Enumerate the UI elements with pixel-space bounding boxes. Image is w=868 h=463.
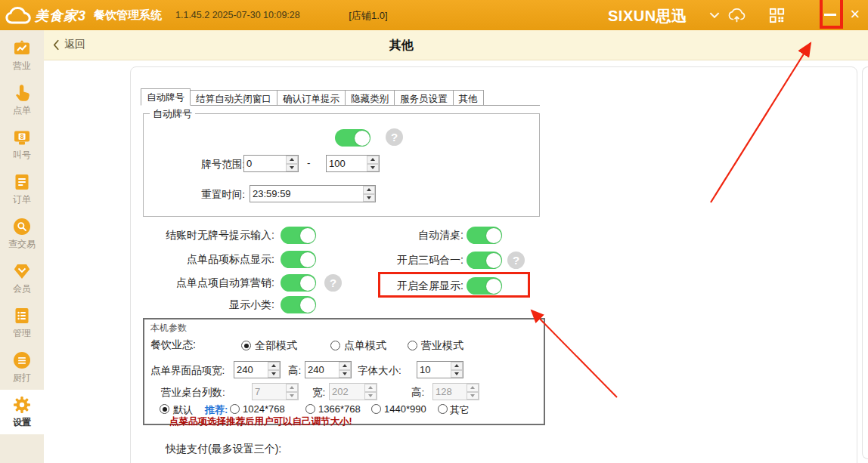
content-panel: 自动牌号 结算自动关闭窗口 确认订单提示 隐藏类别 服务员设置 其他 自动牌号 … xyxy=(130,66,857,463)
titlebar: 美食家3 餐饮管理系统 1.1.45.2 2025-07-30 10:09:28… xyxy=(0,0,868,30)
toggle-no-card-prompt[interactable] xyxy=(281,227,316,244)
tabstrip: 自动牌号 结算自动关闭窗口 确认订单提示 隐藏类别 服务员设置 其他 xyxy=(141,88,484,106)
item-height-label: 高: xyxy=(288,364,301,378)
version-text: 1.1.45.2 2025-07-30 10:09:28 xyxy=(175,10,300,20)
toggle-fullscreen[interactable] xyxy=(467,277,502,295)
tap-order-icon xyxy=(12,83,32,103)
spin-up-button[interactable] xyxy=(363,186,375,194)
sidebar-item-kitchen-print[interactable]: 厨打 xyxy=(0,345,44,390)
local-params-groupbox: 本机参数 餐饮业态: 全部模式 点单模式 营业模式 点单界面品项宽: 240 高… xyxy=(143,318,545,425)
settings-gear-icon xyxy=(12,395,32,415)
spin-down-button[interactable] xyxy=(268,370,280,378)
help-auto-card-icon[interactable]: ? xyxy=(386,128,403,146)
spin-down-button[interactable] xyxy=(339,370,351,378)
queue-number-icon: 8 xyxy=(12,128,32,147)
spin-up-button[interactable] xyxy=(286,156,298,164)
radio-other-resolution[interactable] xyxy=(438,404,448,414)
back-button[interactable]: 返回 xyxy=(53,38,85,51)
svg-text:8: 8 xyxy=(20,133,24,140)
spin-up-button[interactable] xyxy=(339,362,351,370)
radio-1024x768[interactable] xyxy=(230,404,240,414)
app-window: 美食家3 餐饮管理系统 1.1.45.2 2025-07-30 10:09:28… xyxy=(0,0,868,463)
order-list-icon xyxy=(12,172,32,192)
toggle-three-code[interactable] xyxy=(467,252,502,269)
card-range-to-spinner[interactable]: 100 xyxy=(326,155,380,172)
member-diamond-icon xyxy=(12,261,32,281)
tab-auto-close-window[interactable]: 结算自动关闭窗口 xyxy=(190,90,277,106)
spin-down-button[interactable] xyxy=(367,164,379,172)
radio-1366x768[interactable] xyxy=(305,404,315,414)
sidebar-item-member[interactable]: 会员 xyxy=(0,256,44,301)
radio-default[interactable] xyxy=(160,404,169,414)
minimize-button[interactable] xyxy=(824,8,838,21)
radio-order-mode[interactable] xyxy=(330,341,340,350)
help-three-code-icon[interactable]: ? xyxy=(507,252,525,269)
app-name: 餐饮管理系统 xyxy=(94,8,162,23)
sidebar-item-transactions[interactable]: 查交易 xyxy=(0,211,44,256)
close-button[interactable]: × xyxy=(845,4,865,25)
tab-confirm-order-prompt[interactable]: 确认订单提示 xyxy=(277,90,346,106)
three-code-label: 开启三码合一: xyxy=(320,254,463,267)
brand-cloud-icon xyxy=(5,5,33,26)
toggle-auto-card-number[interactable] xyxy=(335,129,370,147)
fullscreen-label: 开启全屏显示: xyxy=(320,279,463,293)
search-transactions-icon xyxy=(12,217,32,236)
range-dash: - xyxy=(307,157,311,168)
sidebar-item-manage[interactable]: 管理 xyxy=(0,301,44,345)
radio-1440x990[interactable] xyxy=(371,404,381,414)
biz-mode-label: 餐饮业态: xyxy=(150,338,196,352)
table-cols-spinner: 7 xyxy=(252,383,299,400)
brand-name: 美食家3 xyxy=(35,7,86,25)
item-height-spinner[interactable]: 240 xyxy=(305,361,352,378)
tab-other[interactable]: 其他 xyxy=(453,90,484,106)
sidebar-item-settings[interactable]: 设置 xyxy=(0,390,44,434)
manage-clipboard-icon xyxy=(12,306,32,326)
spin-down-button[interactable] xyxy=(451,370,463,378)
tab-hide-category[interactable]: 隐藏类别 xyxy=(345,90,395,106)
right-panel-edge xyxy=(862,66,868,459)
cloud-sync-icon[interactable] xyxy=(727,6,746,24)
font-size-spinner[interactable]: 10 xyxy=(417,361,463,378)
table-cols-label: 营业桌台列数: xyxy=(161,386,225,400)
tab-waiter-settings[interactable]: 服务员设置 xyxy=(394,90,454,106)
chevron-left-icon xyxy=(53,39,60,51)
sidebar-item-orders-list[interactable]: 订单 xyxy=(0,167,44,211)
vendor-logo: SIXUN思迅 xyxy=(608,6,687,26)
toggle-show-subcategory[interactable] xyxy=(281,296,316,313)
radio-business-mode[interactable] xyxy=(408,341,417,350)
spin-down-button[interactable] xyxy=(286,164,298,172)
item-width-spinner[interactable]: 240 xyxy=(234,361,281,378)
qr-code-icon[interactable] xyxy=(768,7,786,24)
toggle-auto-marketing[interactable] xyxy=(281,274,316,292)
local-params-title: 本机参数 xyxy=(150,322,187,335)
show-subcategory-label: 显示小类: xyxy=(131,298,274,312)
radio-all-mode[interactable] xyxy=(241,341,251,350)
spin-up-button[interactable] xyxy=(268,362,280,370)
back-label: 返回 xyxy=(64,38,85,51)
page-header: 返回 其他 xyxy=(44,30,868,60)
auto-clear-table-label: 自动清桌: xyxy=(320,229,463,242)
page-title: 其他 xyxy=(389,38,414,54)
toggle-auto-clear-table[interactable] xyxy=(467,227,502,244)
sidebar-item-business[interactable]: 营业 xyxy=(0,33,44,78)
reset-time-spinner[interactable]: 23:59:59 xyxy=(250,185,376,202)
table-height-spinner: 128 xyxy=(432,383,479,400)
spin-up-button[interactable] xyxy=(367,156,379,164)
spin-up-button[interactable] xyxy=(451,362,463,370)
font-size-label: 字体大小: xyxy=(358,364,401,378)
resolution-warning-text: 点菜品项选择推荐后用户可以自己调节大小! xyxy=(169,415,352,428)
sidebar-item-queue[interactable]: 8 叫号 xyxy=(0,122,44,167)
minimize-dash-icon xyxy=(824,14,836,16)
card-range-from-spinner[interactable]: 0 xyxy=(243,155,299,172)
business-board-icon xyxy=(12,39,32,58)
sidebar-item-order[interactable]: 点单 xyxy=(0,78,44,122)
chevron-down-icon[interactable] xyxy=(709,12,720,19)
table-width-label: 宽: xyxy=(312,386,325,400)
quick-pay-label: 快捷支付(最多设置三个): xyxy=(166,443,281,456)
card-range-label: 牌号范围: xyxy=(166,158,245,171)
auto-marketing-label: 点单点项自动算营销: xyxy=(131,276,274,290)
toggle-item-punctuation[interactable] xyxy=(281,251,316,268)
tab-auto-card-number[interactable]: 自动牌号 xyxy=(141,88,191,106)
store-name: [店铺1.0] xyxy=(349,9,387,23)
spin-down-button[interactable] xyxy=(363,194,375,202)
